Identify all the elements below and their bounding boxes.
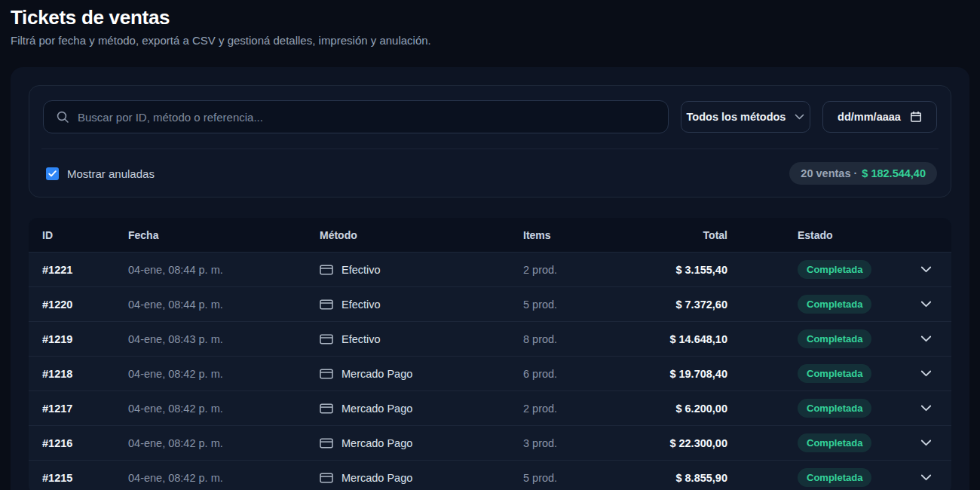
calendar-icon [910, 111, 922, 123]
ticket-method-label: Mercado Pago [341, 472, 412, 484]
ticket-status: Completada [727, 364, 902, 383]
ticket-id: #1215 [42, 472, 128, 484]
ticket-total: $ 19.708,40 [606, 368, 727, 380]
show-voided-checkbox[interactable] [46, 167, 59, 180]
expand-row-button[interactable] [917, 263, 935, 276]
ticket-method-label: Mercado Pago [341, 368, 412, 380]
table-row[interactable]: #1216 04-ene, 08:42 p. m. Mercado Pago 3… [29, 425, 951, 460]
table-row[interactable]: #1217 04-ene, 08:42 p. m. Mercado Pago 2… [29, 390, 951, 425]
ticket-items: 8 prod. [523, 333, 606, 345]
ticket-date: 04-ene, 08:42 p. m. [128, 403, 320, 415]
method-select[interactable]: Todos los métodos [681, 101, 810, 133]
ticket-status: Completada [727, 329, 902, 348]
chevron-down-icon [920, 370, 932, 377]
chevron-down-icon [920, 439, 932, 446]
chevron-down-icon [920, 474, 932, 481]
ticket-items: 6 prod. [523, 368, 606, 380]
expand-row-button[interactable] [917, 367, 935, 380]
page-subtitle: Filtrá por fecha y método, exportá a CSV… [11, 34, 968, 47]
table-header-row: ID Fecha Método Items Total Estado [29, 218, 951, 252]
sales-total: $ 182.544,40 [862, 167, 926, 179]
ticket-id: #1218 [42, 368, 128, 380]
col-header-items: Items [523, 229, 606, 241]
table-row[interactable]: #1221 04-ene, 08:44 p. m. Efectivo 2 pro… [29, 252, 951, 286]
status-badge: Completada [798, 433, 871, 452]
ticket-date: 04-ene, 08:43 p. m. [128, 333, 320, 345]
date-input-value: dd/mm/aaaa [838, 111, 901, 123]
ticket-method-label: Mercado Pago [341, 437, 412, 449]
table-body: #1221 04-ene, 08:44 p. m. Efectivo 2 pro… [29, 252, 951, 490]
date-input[interactable]: dd/mm/aaaa [822, 101, 937, 133]
status-badge: Completada [798, 399, 871, 418]
col-header-fecha: Fecha [128, 229, 320, 241]
expand-row-button[interactable] [917, 298, 935, 311]
ticket-items: 5 prod. [523, 472, 606, 484]
ticket-method-label: Mercado Pago [341, 403, 412, 415]
payment-card-icon [320, 473, 333, 483]
ticket-method: Efectivo [320, 264, 523, 276]
tickets-table: ID Fecha Método Items Total Estado #1221… [29, 218, 951, 490]
status-badge: Completada [798, 295, 871, 314]
show-voided-label: Mostrar anuladas [67, 167, 155, 180]
payment-card-icon [320, 299, 333, 310]
ticket-status: Completada [727, 399, 902, 418]
method-select-value: Todos los métodos [687, 111, 786, 123]
ticket-status: Completada [727, 468, 902, 487]
col-header-metodo: Método [320, 229, 523, 241]
chevron-down-icon [795, 114, 804, 120]
payment-card-icon [320, 265, 333, 275]
table-row[interactable]: #1219 04-ene, 08:43 p. m. Efectivo 8 pro… [29, 321, 951, 356]
search-box[interactable] [43, 100, 669, 133]
expand-row-button[interactable] [917, 471, 935, 484]
ticket-total: $ 8.855,90 [606, 472, 727, 484]
filter-panel: Todos los métodos dd/mm/aaaa [29, 85, 951, 198]
ticket-id: #1217 [42, 403, 128, 415]
ticket-date: 04-ene, 08:42 p. m. [128, 472, 320, 484]
table-row[interactable]: #1215 04-ene, 08:42 p. m. Mercado Pago 5… [29, 460, 951, 490]
col-header-estado: Estado [727, 229, 902, 241]
status-badge: Completada [798, 364, 871, 383]
chevron-down-icon [920, 266, 932, 273]
ticket-method-label: Efectivo [341, 333, 381, 345]
expand-row-button[interactable] [917, 436, 935, 449]
search-input[interactable] [78, 111, 656, 124]
chevron-down-icon [920, 405, 932, 412]
ticket-date: 04-ene, 08:44 p. m. [128, 299, 320, 311]
status-badge: Completada [798, 329, 871, 348]
ticket-id: #1216 [42, 437, 128, 449]
expand-row-button[interactable] [917, 332, 935, 345]
page-header: Tickets de ventas Filtrá por fecha y mét… [0, 0, 980, 47]
ticket-id: #1219 [42, 333, 128, 345]
ticket-status: Completada [727, 433, 902, 452]
ticket-status: Completada [727, 260, 902, 279]
ticket-method: Efectivo [320, 299, 523, 311]
ticket-items: 3 prod. [523, 437, 606, 449]
ticket-total: $ 7.372,60 [606, 299, 727, 311]
ticket-method: Mercado Pago [320, 403, 523, 415]
ticket-method: Mercado Pago [320, 472, 523, 484]
ticket-total: $ 6.200,00 [606, 403, 727, 415]
ticket-id: #1221 [42, 264, 128, 276]
status-badge: Completada [798, 468, 871, 487]
col-header-id: ID [42, 229, 128, 241]
sales-count: 20 ventas · [801, 167, 857, 179]
table-row[interactable]: #1220 04-ene, 08:44 p. m. Efectivo 5 pro… [29, 286, 951, 321]
expand-row-button[interactable] [917, 402, 935, 415]
table-row[interactable]: #1218 04-ene, 08:42 p. m. Mercado Pago 6… [29, 356, 951, 390]
content-card: Todos los métodos dd/mm/aaaa [11, 67, 969, 490]
filter-divider [41, 149, 939, 149]
ticket-total: $ 14.648,10 [606, 333, 727, 345]
payment-card-icon [320, 403, 333, 414]
payment-card-icon [320, 334, 333, 345]
payment-card-icon [320, 369, 333, 379]
col-header-total: Total [606, 229, 727, 241]
ticket-items: 5 prod. [523, 299, 606, 311]
ticket-date: 04-ene, 08:42 p. m. [128, 437, 320, 449]
ticket-method: Mercado Pago [320, 368, 523, 380]
ticket-total: $ 3.155,40 [606, 264, 727, 276]
show-voided-toggle[interactable]: Mostrar anuladas [43, 167, 155, 180]
chevron-down-icon [920, 335, 932, 342]
ticket-status: Completada [727, 295, 902, 314]
chevron-down-icon [920, 301, 932, 308]
search-icon [56, 110, 69, 124]
